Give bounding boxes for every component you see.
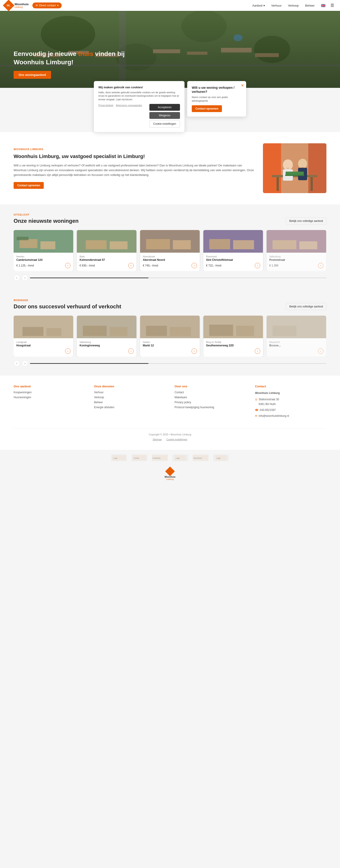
card-image: Verhuurd xyxy=(266,316,326,338)
featured-view-all-button[interactable]: Bekijk ons volledige aanbod xyxy=(286,217,327,225)
direct-contact-button[interactable]: ✉ Direct contact ▾ xyxy=(32,2,62,8)
svg-rect-36 xyxy=(173,240,191,249)
card-arrow-button[interactable]: › xyxy=(318,263,323,268)
about-label: WOONHUIS LIMBURG xyxy=(13,148,254,151)
hamburger-menu[interactable]: ☰ xyxy=(329,2,336,9)
logo-sub: Limburg xyxy=(15,6,29,8)
card-city: Hoensbroek xyxy=(143,255,197,258)
card-name: Markt 12 xyxy=(143,344,197,347)
nav-beheer[interactable]: Beheer xyxy=(302,2,317,9)
card-footer: › xyxy=(16,348,70,354)
card-arrow-button[interactable]: › xyxy=(255,263,260,268)
nav-verkoop[interactable]: Verkoop xyxy=(285,2,302,9)
card-city: Valkenburg xyxy=(80,341,134,343)
card-arrow-button[interactable]: › xyxy=(318,348,323,354)
nav-language[interactable]: 🇬🇧 xyxy=(318,2,328,9)
close-icon[interactable]: ✕ xyxy=(241,83,244,88)
featured-label: UITGELICHT xyxy=(13,214,327,216)
carousel-progress xyxy=(30,278,148,278)
footer-link-koopwoningen[interactable]: Koopwoningen xyxy=(13,391,85,394)
about-section: WOONHUIS LIMBURG Woonhuis Limburg, uw va… xyxy=(0,132,340,205)
card-city: Maastricht xyxy=(269,341,323,343)
featured-section: UITGELICHT Onze nieuwste woningen Bekijk… xyxy=(0,205,340,290)
cookie-settings-link[interactable]: Cookie-instellingen xyxy=(166,438,188,441)
carousel-next-button[interactable]: › xyxy=(22,275,28,281)
card-content: Heerlen Cambriumstraat 124 € 1.125,- /mn… xyxy=(13,253,73,271)
footer-link-huurwoningen[interactable]: Huurwoningen xyxy=(13,396,85,399)
partner-logo[interactable]: Xnetflortals xyxy=(152,454,168,461)
card-city: Geleen xyxy=(143,341,197,343)
footer-link-beheer[interactable]: Beheer xyxy=(94,401,166,404)
nav-aanbod[interactable]: Aanbod ▾ xyxy=(250,2,268,9)
footer-contact-info: Woonhuis Limburg ◎ Stationsstraat 306361… xyxy=(255,391,327,418)
email-link[interactable]: info@woonhuislimburg.nl xyxy=(259,414,289,418)
footer-link-protocol[interactable]: Protocol toewijziging huurwoning xyxy=(174,406,246,409)
card-name: Koninginneweg xyxy=(80,344,134,347)
footer-link-privacy[interactable]: Privacy policy xyxy=(174,401,246,404)
cookie-title: Wij maken gebruik van cookies! xyxy=(98,86,180,89)
accept-button[interactable]: Accepteren xyxy=(149,104,180,111)
partner-logo[interactable]: Logo xyxy=(111,454,127,461)
footer-link-verkoop[interactable]: Verkoop xyxy=(94,396,166,399)
card-name: Akerstraat Noord xyxy=(143,258,197,261)
footer-links: Verhuur Verkoop Beheer Energie afsluiten xyxy=(94,391,166,409)
partner-logo[interactable]: Ortis-Ekorte xyxy=(193,454,208,461)
card-arrow-button[interactable]: › xyxy=(192,348,197,354)
card-image xyxy=(266,230,326,253)
partner-logos: Logo Funda Xnetflortals Logo Ortis-Ekort… xyxy=(0,450,340,466)
card-arrow-button[interactable]: › xyxy=(65,263,70,268)
cookie-settings-button[interactable]: Cookie-instellingen xyxy=(149,120,180,127)
card-arrow-button[interactable]: › xyxy=(128,348,134,354)
card-footer: › xyxy=(80,348,134,354)
svg-rect-20 xyxy=(311,177,313,191)
footer-links: Koopwoningen Huurwoningen xyxy=(13,391,85,399)
property-card: Onder optie Heerlen Cambriumstraat 124 €… xyxy=(13,230,73,271)
email-icon: ✉ xyxy=(255,414,257,418)
carousel-prev-button[interactable]: ‹ xyxy=(13,360,20,367)
card-price: € 830,- /mnd xyxy=(80,264,95,267)
carousel-prev-button[interactable]: ‹ xyxy=(13,275,20,281)
partner-logo[interactable]: Funda xyxy=(132,454,147,461)
svg-rect-26 xyxy=(285,175,304,176)
card-arrow-button[interactable]: › xyxy=(255,348,260,354)
carousel-next-button[interactable]: › xyxy=(22,360,28,367)
svg-rect-39 xyxy=(233,240,254,249)
header: WL Woonhuis Limburg ✉ Direct contact ▾ A… xyxy=(0,0,340,11)
card-footer: € 1.125,- /mnd › xyxy=(16,263,70,268)
about-contact-button[interactable]: Contact opnemen xyxy=(13,182,44,189)
hero-title: Eenvoudig je nieuwe thuis vinden bij Woo… xyxy=(13,50,127,66)
about-content: WOONHUIS LIMBURG Woonhuis Limburg, uw va… xyxy=(13,148,254,189)
partner-logo[interactable]: Logo xyxy=(172,454,188,461)
card-content: Berg en Terblijt Geulhemmerweg 22D › xyxy=(203,338,263,356)
message-icon: ✉ xyxy=(36,4,38,7)
footer-link-makelaars[interactable]: Makelaars xyxy=(174,396,246,399)
svg-rect-44 xyxy=(23,327,43,336)
svg-rect-32 xyxy=(86,240,107,249)
reject-button[interactable]: Weigeren xyxy=(149,112,180,119)
footer-link-energie[interactable]: Energie afsluiten xyxy=(94,406,166,409)
svg-rect-48 xyxy=(110,327,128,336)
svg-rect-56 xyxy=(273,326,296,336)
card-arrow-button[interactable]: › xyxy=(192,263,197,268)
svg-text:Funda: Funda xyxy=(134,457,139,459)
sold-view-all-button[interactable]: Bekijk ons volledige aanbod xyxy=(286,303,327,310)
card-arrow-button[interactable]: › xyxy=(65,348,70,354)
partner-logo[interactable]: Logo xyxy=(213,454,229,461)
carousel-track xyxy=(30,363,327,364)
nav-verhuur[interactable]: Verhuur xyxy=(268,2,284,9)
card-content: Geleen Markt 12 › xyxy=(140,338,200,356)
cookie-area: Wij maken gebruik van cookies! Hallo, de… xyxy=(0,81,340,132)
hero-cta-button[interactable]: Ons woningaanbod xyxy=(13,71,51,79)
logo[interactable]: WL Woonhuis Limburg xyxy=(4,1,29,9)
sitemap-link[interactable]: Sitemap xyxy=(152,438,162,441)
footer-link-contact[interactable]: Contact xyxy=(174,391,246,394)
general-conditions-link[interactable]: Algemene voorwaarden xyxy=(116,104,142,106)
privacy-link[interactable]: Privacybeleid xyxy=(98,104,113,106)
svg-text:Logo: Logo xyxy=(176,457,180,459)
svg-rect-51 xyxy=(170,327,191,336)
card-footer: › xyxy=(143,348,197,354)
card-arrow-button[interactable]: › xyxy=(128,263,134,268)
contact-button[interactable]: Contact opnemen xyxy=(192,105,222,112)
footer-link-verhuur[interactable]: Verhuur xyxy=(94,391,166,394)
phone-link[interactable]: 043-8521587 xyxy=(260,408,276,413)
